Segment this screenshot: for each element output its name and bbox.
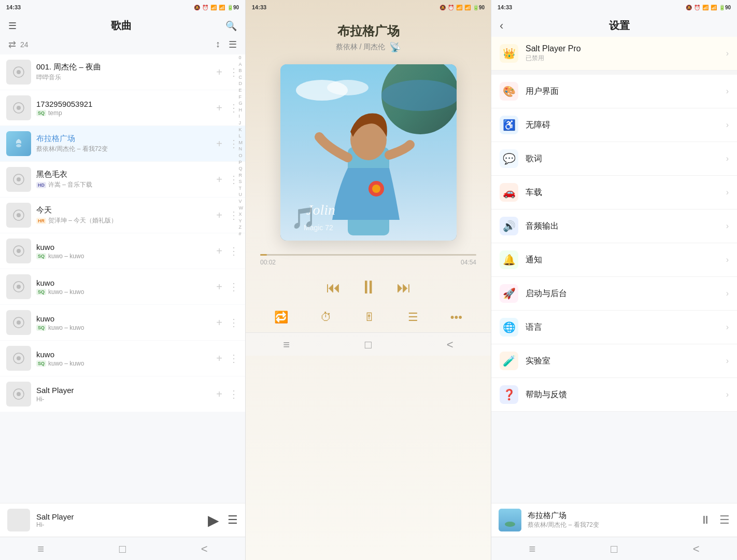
settings-item-text: 用户界面 xyxy=(526,86,719,97)
back-icon[interactable]: ‹ xyxy=(500,19,503,33)
progress-area[interactable]: 00:02 04:54 xyxy=(246,254,491,266)
prev-button[interactable]: ⏮ xyxy=(326,279,341,296)
settings-item-help[interactable]: ❓ 帮助与反馈 › xyxy=(491,378,737,412)
settings-item-title: 语言 xyxy=(526,322,719,333)
playlist-icon[interactable]: ☰ xyxy=(408,311,418,324)
more-icon[interactable]: ⋮ xyxy=(229,316,239,329)
add-song-icon[interactable]: + xyxy=(216,209,222,221)
alarm-icon: ⏰ xyxy=(448,5,454,10)
more-icon[interactable]: ⋮ xyxy=(229,245,239,257)
more-icon[interactable]: ⋮ xyxy=(229,137,239,150)
pause-button[interactable]: ⏸ xyxy=(700,513,711,527)
settings-item-title: Salt Player Pro xyxy=(526,44,719,53)
settings-item-startup[interactable]: 🚀 启动与后台 › xyxy=(491,277,737,311)
settings-item-lyrics[interactable]: 💬 歌词 › xyxy=(491,142,737,176)
alphabet-index[interactable]: 0ABCDE FGHIJK LMNOPQ RSTUVW XYZ# xyxy=(239,54,244,237)
list-view-icon[interactable]: ☰ xyxy=(229,39,237,50)
song-item[interactable]: 001. 周杰伦 – 夜曲 哔哔音乐 + ⋮ xyxy=(0,54,245,90)
settings-item-accessibility[interactable]: ♿ 无障碍 › xyxy=(491,108,737,142)
more-icon[interactable]: ⋮ xyxy=(229,66,239,78)
nav-square-icon[interactable]: □ xyxy=(365,338,372,352)
progress-bar[interactable] xyxy=(260,254,476,256)
repeat-icon[interactable]: 🔁 xyxy=(274,311,288,324)
nav-square-icon[interactable]: □ xyxy=(611,542,617,556)
settings-item-lab[interactable]: 🧪 实验室 › xyxy=(491,344,737,378)
nav-back-icon[interactable]: < xyxy=(447,338,453,352)
song-item[interactable]: 黑色毛衣 HD 许嵩 – 音乐下载 + ⋮ xyxy=(0,162,245,197)
add-song-icon[interactable]: + xyxy=(216,174,222,186)
menu-icon[interactable]: ☰ xyxy=(8,20,17,32)
broadcast-icon[interactable]: 📡 xyxy=(389,41,401,53)
svg-rect-30 xyxy=(499,509,521,531)
song-item[interactable]: kuwo SQ kuwo – kuwo + ⋮ xyxy=(0,269,245,304)
settings-item-audio[interactable]: 🔊 音频输出 › xyxy=(491,209,737,243)
song-item[interactable]: kuwo SQ kuwo – kuwo + ⋮ xyxy=(0,341,245,376)
settings-item-ui[interactable]: 🎨 用户界面 › xyxy=(491,75,737,108)
song-actions: + ⋮ xyxy=(216,209,239,221)
player-panel: 14:33 🔕 ⏰ 📶 📶 🔋90 布拉格广场 蔡依林 / 周杰伦 📡 xyxy=(246,0,491,560)
song-thumb xyxy=(6,346,31,371)
song-sub: 蔡依林/周杰伦 – 看我72变 xyxy=(36,145,211,153)
nav-back-icon[interactable]: < xyxy=(201,542,208,556)
pause-button[interactable]: ⏸ xyxy=(359,276,378,298)
song-actions: + ⋮ xyxy=(216,316,239,329)
search-icon[interactable]: 🔍 xyxy=(225,20,237,32)
playlist-icon[interactable]: ☰ xyxy=(228,513,238,527)
song-item-active[interactable]: 布拉格广场 蔡依林/周杰伦 – 看我72变 + ⋮ xyxy=(0,126,245,161)
add-song-icon[interactable]: + xyxy=(216,353,222,365)
song-item[interactable]: kuwo SQ kuwo – kuwo + ⋮ xyxy=(0,233,245,269)
add-song-icon[interactable]: + xyxy=(216,281,222,293)
settings-item-pro[interactable]: 👑 Salt Player Pro 已禁用 › xyxy=(491,37,737,71)
song-item-last[interactable]: Salt Player Hi- + ⋮ xyxy=(0,376,245,412)
add-song-icon[interactable]: + xyxy=(216,138,222,150)
more-icon[interactable]: ⋮ xyxy=(229,173,239,186)
more-options-icon[interactable]: ••• xyxy=(450,311,462,324)
current-time: 00:02 xyxy=(260,259,276,266)
song-thumb xyxy=(6,310,31,335)
chevron-right-icon: › xyxy=(726,87,729,96)
equalizer-icon[interactable]: 🎚 xyxy=(364,311,375,324)
svg-point-27 xyxy=(372,185,380,193)
nav-home-icon[interactable]: ≡ xyxy=(283,338,290,352)
song-sub: SQ kuwo – kuwo xyxy=(36,253,211,260)
add-song-icon[interactable]: + xyxy=(216,388,222,400)
more-icon[interactable]: ⋮ xyxy=(229,281,239,293)
more-icon[interactable]: ⋮ xyxy=(229,209,239,221)
settings-item-car[interactable]: 🚗 车载 › xyxy=(491,176,737,209)
song-actions: + ⋮ xyxy=(216,137,239,150)
status-bar-3: 14:33 🔕 ⏰ 📶 📶 🔋90 xyxy=(491,0,737,15)
settings-item-title: 用户界面 xyxy=(526,86,719,97)
playlist-icon[interactable]: ☰ xyxy=(719,513,730,527)
shuffle-icon[interactable]: ⇄ xyxy=(8,39,16,50)
nav-square-icon[interactable]: □ xyxy=(119,542,126,556)
add-song-icon[interactable]: + xyxy=(216,245,222,257)
chevron-right-icon: › xyxy=(726,154,729,163)
svg-point-16 xyxy=(17,356,21,360)
song-item[interactable]: 今天 HR 贺泽坤 – 今天（婚礼版） + ⋮ xyxy=(0,198,245,233)
next-button[interactable]: ⏭ xyxy=(396,279,411,296)
add-song-icon[interactable]: + xyxy=(216,317,222,329)
settings-item-language[interactable]: 🌐 语言 › xyxy=(491,311,737,344)
lab-icon: 🧪 xyxy=(500,352,518,370)
quality-badge: HD xyxy=(36,182,46,188)
song-item[interactable]: kuwo SQ kuwo – kuwo + ⋮ xyxy=(0,305,245,340)
add-song-icon[interactable]: + xyxy=(216,66,222,78)
song-actions: + ⋮ xyxy=(216,388,239,400)
more-icon[interactable]: ⋮ xyxy=(229,388,239,400)
nav-home-icon[interactable]: ≡ xyxy=(37,542,44,556)
signal-icon: 📶 xyxy=(702,5,708,10)
quality-badge: HR xyxy=(36,218,46,224)
song-sub: 哔哔音乐 xyxy=(36,73,211,82)
play-button[interactable]: ▶ xyxy=(208,512,219,529)
timer-icon[interactable]: ⏱ xyxy=(320,311,332,324)
song-item[interactable]: 1732959053921 SQ temp + ⋮ xyxy=(0,90,245,125)
nav-home-icon[interactable]: ≡ xyxy=(529,542,536,556)
settings-item-text: 车载 xyxy=(526,187,719,198)
more-icon[interactable]: ⋮ xyxy=(229,102,239,114)
song-actions: + ⋮ xyxy=(216,281,239,293)
settings-item-notifications[interactable]: 🔔 通知 › xyxy=(491,243,737,277)
more-icon[interactable]: ⋮ xyxy=(229,352,239,365)
sort-icon[interactable]: ↕ xyxy=(216,39,220,50)
add-song-icon[interactable]: + xyxy=(216,102,222,114)
nav-back-icon[interactable]: < xyxy=(693,542,700,556)
